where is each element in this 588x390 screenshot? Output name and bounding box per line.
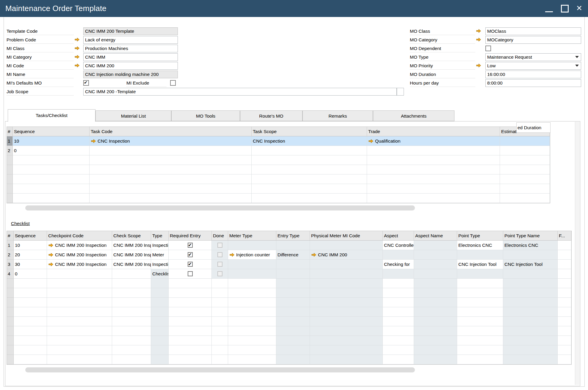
grid-cell[interactable]: [367, 174, 500, 184]
grid-cell[interactable]: [310, 326, 383, 336]
grid-cell[interactable]: [310, 317, 383, 326]
text-field-job-scope[interactable]: CNC IMM 200 -Template: [83, 88, 397, 96]
grid-cell[interactable]: CNC IMM 200 Inspection: [112, 260, 151, 269]
grid-cell[interactable]: [112, 269, 151, 279]
grid-cell[interactable]: [212, 355, 228, 364]
grid-cell[interactable]: [47, 288, 112, 298]
grid-cell[interactable]: Electronics CNC: [503, 241, 558, 250]
grid-cell[interactable]: [14, 279, 47, 288]
grid-cell[interactable]: [503, 250, 558, 260]
link-arrow-icon[interactable]: [311, 253, 316, 257]
grid-cell[interactable]: [310, 288, 383, 298]
grid-cell[interactable]: CNC Injection Tool: [503, 260, 558, 269]
grid-cell[interactable]: [151, 326, 169, 336]
grid-cell[interactable]: [367, 194, 500, 203]
grid-cell[interactable]: [90, 174, 252, 184]
grid-cell[interactable]: [228, 241, 276, 250]
grid-cell[interactable]: [228, 355, 276, 364]
tab-mo-tools[interactable]: MO Tools: [171, 110, 240, 121]
grid-cell[interactable]: [112, 298, 151, 307]
grid-cell[interactable]: [47, 326, 112, 336]
grid-row-number[interactable]: [7, 155, 13, 165]
grid-cell[interactable]: [414, 345, 457, 355]
grid-row-number[interactable]: [7, 326, 14, 336]
grid-cell[interactable]: [13, 194, 90, 203]
grid-cell[interactable]: [310, 355, 383, 364]
grid-cell[interactable]: [276, 260, 310, 269]
grid-cell[interactable]: [112, 279, 151, 288]
grid-checkbox[interactable]: [188, 252, 193, 257]
grid-cell[interactable]: [276, 307, 310, 317]
grid-cell[interactable]: CNC IMM 200: [310, 250, 383, 260]
grid-cell[interactable]: 20: [14, 250, 47, 260]
grid-cell[interactable]: [112, 336, 151, 345]
grid-cell[interactable]: [228, 307, 276, 317]
grid-cell[interactable]: [558, 279, 571, 288]
grid-cell[interactable]: [14, 307, 47, 317]
grid-cell[interactable]: Checking for: [383, 260, 414, 269]
grid-cell[interactable]: [383, 355, 414, 364]
grid-row-number[interactable]: [7, 174, 13, 184]
grid-cell[interactable]: [457, 307, 503, 317]
grid-cell[interactable]: [151, 355, 169, 364]
grid-cell[interactable]: [169, 317, 212, 326]
grid-cell[interactable]: [558, 260, 571, 269]
grid-cell[interactable]: 30: [14, 260, 47, 269]
grid-row-number[interactable]: [7, 194, 13, 203]
grid-row-number[interactable]: [7, 355, 14, 364]
grid-cell[interactable]: [112, 345, 151, 355]
tasks-horizontal-scrollbar[interactable]: [25, 205, 415, 210]
text-field-problem-code[interactable]: Lack of energy: [83, 36, 178, 44]
grid-cell[interactable]: [212, 241, 228, 250]
grid-cell[interactable]: [151, 298, 169, 307]
grid-cell[interactable]: [13, 155, 90, 165]
grid-cell[interactable]: [457, 279, 503, 288]
grid-checkbox[interactable]: [188, 271, 193, 276]
grid-cell[interactable]: [457, 250, 503, 260]
grid-cell[interactable]: [558, 269, 571, 279]
grid-cell[interactable]: [112, 326, 151, 336]
grid-cell[interactable]: [228, 336, 276, 345]
grid-cell[interactable]: CNC Controller: [383, 241, 414, 250]
grid-cell[interactable]: [212, 307, 228, 317]
grid-cell[interactable]: [276, 326, 310, 336]
readonly-field-template-code[interactable]: CNC IMM 200 Template: [83, 27, 178, 35]
grid-cell[interactable]: [47, 307, 112, 317]
grid-row-number[interactable]: [7, 317, 14, 326]
text-field-mi-class[interactable]: Production Machines: [83, 45, 178, 52]
grid-cell[interactable]: CNC IMM 200 Inspection: [112, 241, 151, 250]
grid-cell[interactable]: [558, 355, 571, 364]
grid-cell[interactable]: [558, 317, 571, 326]
grid-cell[interactable]: [212, 336, 228, 345]
grid-cell[interactable]: [47, 317, 112, 326]
grid-cell[interactable]: [151, 288, 169, 298]
grid-row-number[interactable]: [7, 298, 14, 307]
grid-cell[interactable]: [310, 241, 383, 250]
grid-cell[interactable]: [414, 336, 457, 345]
grid-cell[interactable]: [310, 269, 383, 279]
grid-cell[interactable]: [90, 194, 252, 203]
grid-cell[interactable]: Difference: [276, 250, 310, 260]
grid-cell[interactable]: [500, 136, 550, 146]
grid-cell[interactable]: [252, 155, 367, 165]
grid-cell[interactable]: [151, 279, 169, 288]
tab-attachments[interactable]: Attachments: [373, 110, 454, 121]
grid-row-number[interactable]: 2: [7, 146, 13, 155]
close-button[interactable]: [573, 0, 587, 17]
grid-cell[interactable]: 0: [14, 269, 47, 279]
grid-cell[interactable]: [13, 174, 90, 184]
grid-cell[interactable]: [383, 326, 414, 336]
grid-cell[interactable]: [503, 288, 558, 298]
grid-cell[interactable]: [414, 269, 457, 279]
link-arrow-icon[interactable]: [74, 63, 80, 68]
grid-cell[interactable]: [383, 317, 414, 326]
link-arrow-icon[interactable]: [229, 253, 235, 257]
grid-cell[interactable]: [90, 155, 252, 165]
grid-cell[interactable]: [252, 194, 367, 203]
grid-cell[interactable]: [457, 269, 503, 279]
tab-route-s-mo[interactable]: Route's MO: [240, 110, 302, 121]
text-field-mo-category[interactable]: MOCategory: [485, 36, 581, 44]
grid-cell[interactable]: [503, 307, 558, 317]
grid-cell[interactable]: [112, 355, 151, 364]
grid-cell[interactable]: [14, 336, 47, 345]
